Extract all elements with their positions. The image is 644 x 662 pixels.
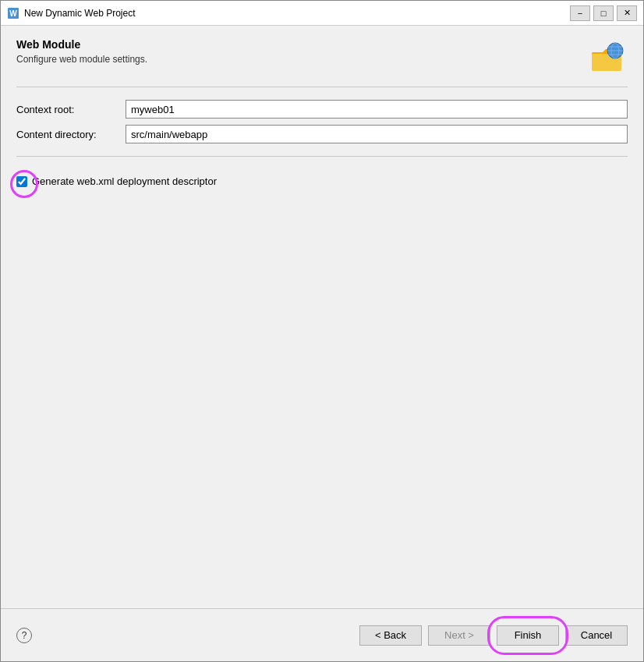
header-separator (16, 87, 628, 87)
checkbox-container (16, 176, 27, 187)
svg-text:W: W (9, 9, 17, 18)
page-subtitle: Configure web module settings. (16, 54, 576, 65)
maximize-button[interactable]: □ (593, 5, 614, 21)
module-icon (589, 38, 628, 77)
main-window: W New Dynamic Web Project − □ ✕ Web Modu… (0, 0, 644, 662)
minimize-button[interactable]: − (570, 5, 590, 21)
header-text: Web Module Configure web module settings… (16, 38, 576, 65)
window-title: New Dynamic Web Project (24, 8, 570, 19)
main-spacer (16, 187, 628, 608)
form-separator (16, 156, 628, 157)
title-bar: W New Dynamic Web Project − □ ✕ (1, 1, 643, 26)
context-root-row: Context root: (16, 100, 628, 119)
content-directory-input[interactable] (126, 125, 628, 143)
content-area: Web Module Configure web module settings… (1, 26, 643, 608)
close-button[interactable]: ✕ (617, 5, 637, 21)
finish-button-container: Finish (497, 625, 559, 646)
back-button[interactable]: < Back (359, 625, 422, 646)
footer-right: < Back Next > Finish Cancel (359, 625, 628, 646)
window-controls: − □ ✕ (570, 5, 637, 21)
header-section: Web Module Configure web module settings… (16, 38, 628, 77)
context-root-input[interactable] (126, 100, 628, 119)
footer-left: ? (16, 628, 32, 643)
context-root-label: Context root: (16, 104, 126, 115)
generate-webxml-label[interactable]: Generate web.xml deployment descriptor (32, 175, 217, 187)
form-section: Context root: Content directory: (16, 100, 628, 143)
content-directory-row: Content directory: (16, 125, 628, 143)
content-directory-label: Content directory: (16, 129, 126, 140)
help-button[interactable]: ? (16, 628, 32, 643)
window-icon: W (7, 7, 19, 19)
page-title: Web Module (16, 38, 576, 51)
generate-webxml-checkbox[interactable] (16, 176, 27, 187)
next-button[interactable]: Next > (428, 625, 490, 646)
finish-button[interactable]: Finish (497, 625, 559, 646)
checkbox-row: Generate web.xml deployment descriptor (16, 175, 628, 187)
cancel-button[interactable]: Cancel (565, 625, 628, 646)
footer: ? < Back Next > Finish Cancel (1, 608, 643, 661)
